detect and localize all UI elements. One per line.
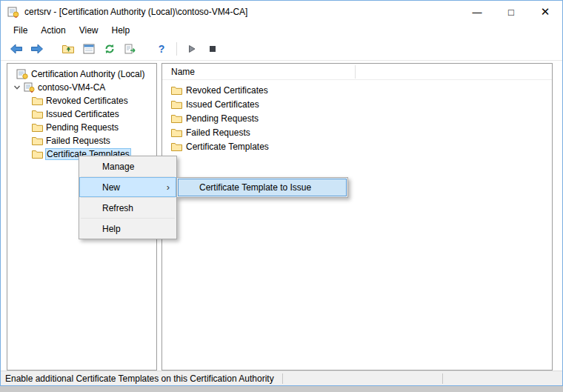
menu-item-label: Manage <box>102 162 134 172</box>
folder-up-icon <box>62 44 75 54</box>
folder-icon <box>32 136 43 145</box>
console-window-button[interactable] <box>81 41 97 57</box>
app-icon <box>7 7 19 18</box>
certsrv-app-icon <box>7 7 19 18</box>
forward-icon <box>30 44 44 54</box>
tree-item-label: Issued Certificates <box>46 109 119 119</box>
refresh-button[interactable] <box>101 41 118 57</box>
list-header-row: Name <box>162 64 552 80</box>
minimize-icon: — <box>473 7 482 18</box>
window-controls: — □ ✕ <box>460 1 562 23</box>
status-bar-divider <box>442 373 443 384</box>
list-item-label: Certificate Templates <box>186 142 269 152</box>
context-menu: Manage New › Refresh Help <box>79 156 177 239</box>
forward-button[interactable] <box>29 41 45 57</box>
export-list-icon <box>124 44 137 54</box>
submenu-item-certificate-template-to-issue[interactable]: Certificate Template to Issue <box>178 179 347 196</box>
list-item-certificate-templates[interactable]: Certificate Templates <box>162 139 552 153</box>
tree-item-issued-certificates[interactable]: Issued Certificates <box>7 107 156 121</box>
app-window: certsrv - [Certification Authority (Loca… <box>0 0 563 386</box>
column-divider[interactable] <box>355 65 356 79</box>
context-menu-item-new[interactable]: New › <box>79 177 176 197</box>
context-menu-item-manage[interactable]: Manage <box>79 156 176 176</box>
context-submenu: Certificate Template to Issue <box>176 177 348 198</box>
play-icon <box>187 44 196 53</box>
submenu-arrow-icon: › <box>167 182 170 193</box>
tree-item-label: Failed Requests <box>46 136 110 146</box>
refresh-icon <box>104 43 116 55</box>
chevron-down-icon[interactable] <box>13 84 21 91</box>
toolbar-separator <box>176 42 177 56</box>
title-bar: certsrv - [Certification Authority (Loca… <box>1 1 562 23</box>
maximize-icon: □ <box>508 7 514 18</box>
list-item-issued-certificates[interactable]: Issued Certificates <box>162 97 552 111</box>
context-menu-item-refresh[interactable]: Refresh <box>79 198 176 218</box>
start-service-button[interactable] <box>184 41 200 57</box>
close-button[interactable]: ✕ <box>528 1 562 23</box>
list-item-failed-requests[interactable]: Failed Requests <box>162 125 552 139</box>
name-column-header[interactable]: Name <box>171 67 195 77</box>
folder-icon <box>171 128 182 137</box>
window-title: certsrv - [Certification Authority (Loca… <box>24 7 460 17</box>
tree-item-ca[interactable]: contoso-VM4-CA <box>7 81 156 94</box>
export-list-button[interactable] <box>122 41 139 57</box>
menu-item-label: Help <box>102 224 121 234</box>
folder-icon <box>171 114 182 123</box>
folder-icon <box>171 142 182 151</box>
status-bar: Enable additional Certificate Templates … <box>1 371 562 385</box>
back-button[interactable] <box>8 41 24 57</box>
help-icon: ? <box>159 43 165 55</box>
up-level-button[interactable] <box>60 41 76 57</box>
menu-view[interactable]: View <box>73 23 105 38</box>
tree-item-pending-requests[interactable]: Pending Requests <box>7 121 156 134</box>
tree-item-label: Revoked Certificates <box>46 96 128 106</box>
tree-item-failed-requests[interactable]: Failed Requests <box>7 134 156 147</box>
list-item-label: Revoked Certificates <box>186 85 268 96</box>
tree-item-revoked-certificates[interactable]: Revoked Certificates <box>7 94 156 107</box>
menu-action[interactable]: Action <box>34 23 72 38</box>
back-icon <box>10 44 23 54</box>
folder-icon <box>32 150 43 159</box>
stop-service-button[interactable] <box>204 41 221 57</box>
folder-icon <box>32 123 43 132</box>
folder-icon <box>171 100 182 109</box>
folder-icon <box>32 110 43 119</box>
results-pane: Name Revoked Certificates Issued Certifi… <box>161 63 553 371</box>
folder-icon <box>171 86 182 95</box>
tree-item-root[interactable]: Certification Authority (Local) <box>7 67 156 81</box>
list-item-label: Issued Certificates <box>186 99 259 110</box>
list-item-revoked-certificates[interactable]: Revoked Certificates <box>162 83 552 97</box>
status-bar-divider <box>282 373 283 384</box>
menu-help[interactable]: Help <box>105 23 137 38</box>
menu-bar: File Action View Help <box>1 23 562 38</box>
help-button[interactable]: ? <box>153 41 170 57</box>
maximize-button[interactable]: □ <box>494 1 528 23</box>
menu-item-label: New <box>102 182 120 193</box>
list-item-label: Pending Requests <box>186 113 259 124</box>
certification-authority-icon <box>16 69 28 79</box>
window-list-icon <box>83 44 95 54</box>
ca-certificate-icon <box>24 82 35 93</box>
list-item-pending-requests[interactable]: Pending Requests <box>162 111 552 125</box>
close-icon: ✕ <box>541 5 550 19</box>
menu-file[interactable]: File <box>7 23 34 38</box>
list-body: Revoked Certificates Issued Certificates… <box>162 80 552 153</box>
tree-item-label: contoso-VM4-CA <box>38 82 105 93</box>
status-text: Enable additional Certificate Templates … <box>5 373 274 384</box>
tree-item-label: Certification Authority (Local) <box>31 69 144 79</box>
menu-item-label: Refresh <box>102 203 133 213</box>
minimize-button[interactable]: — <box>460 1 494 23</box>
list-item-label: Failed Requests <box>186 127 250 138</box>
context-menu-item-help[interactable]: Help <box>79 219 176 239</box>
folder-icon <box>32 96 43 105</box>
toolbar: ? <box>1 38 562 61</box>
stop-icon <box>209 45 216 53</box>
tree-item-label: Pending Requests <box>46 122 119 133</box>
submenu-item-label: Certificate Template to Issue <box>199 182 311 193</box>
